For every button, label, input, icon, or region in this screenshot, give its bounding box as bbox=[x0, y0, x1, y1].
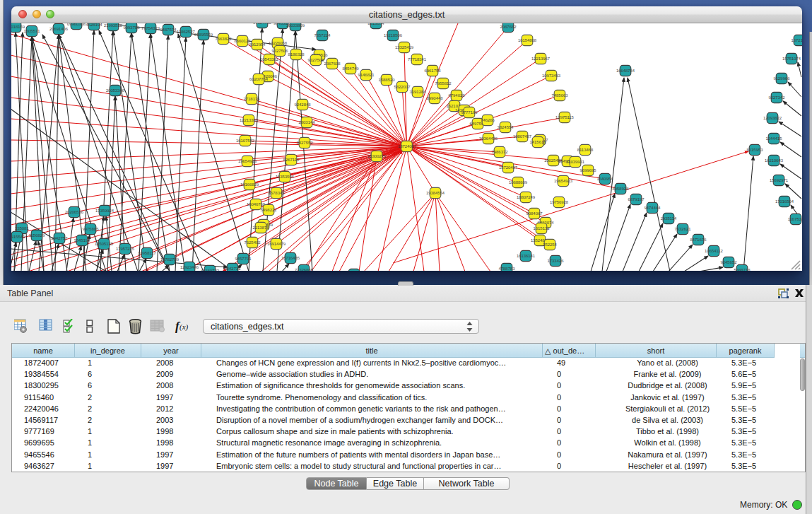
svg-text:2935114: 2935114 bbox=[661, 216, 677, 221]
svg-text:12213383: 12213383 bbox=[240, 118, 259, 123]
svg-text:1615132: 1615132 bbox=[534, 226, 550, 231]
svg-text:1167531: 1167531 bbox=[788, 217, 802, 222]
svg-text:15720407: 15720407 bbox=[499, 165, 517, 170]
svg-text:9146821: 9146821 bbox=[358, 73, 375, 78]
svg-text:16154808: 16154808 bbox=[518, 38, 537, 43]
svg-text:7485063: 7485063 bbox=[552, 93, 569, 98]
svg-text:8427552: 8427552 bbox=[297, 141, 313, 146]
svg-text:1733426: 1733426 bbox=[548, 259, 565, 264]
svg-text:9093786: 9093786 bbox=[124, 25, 141, 30]
svg-text:1545194: 1545194 bbox=[74, 238, 91, 243]
svg-text:8267110: 8267110 bbox=[283, 158, 300, 163]
svg-text:5242731: 5242731 bbox=[225, 267, 241, 271]
svg-text:6794028: 6794028 bbox=[449, 93, 466, 98]
svg-text:16136141: 16136141 bbox=[517, 254, 535, 259]
svg-text:9227342: 9227342 bbox=[769, 95, 785, 100]
svg-text:8454749: 8454749 bbox=[343, 66, 359, 71]
svg-text:746266: 746266 bbox=[481, 118, 495, 123]
svg-text:8958928: 8958928 bbox=[613, 187, 630, 192]
svg-text:19756928: 19756928 bbox=[550, 200, 569, 205]
svg-text:10958117: 10958117 bbox=[138, 251, 156, 256]
svg-text:8186328: 8186328 bbox=[288, 52, 305, 57]
svg-text:8990448: 8990448 bbox=[427, 96, 444, 101]
svg-text:9245652: 9245652 bbox=[721, 260, 737, 265]
svg-text:16033809: 16033809 bbox=[286, 23, 305, 28]
svg-text:9129966: 9129966 bbox=[774, 76, 791, 81]
svg-text:12975115: 12975115 bbox=[555, 115, 574, 120]
svg-text:1372159: 1372159 bbox=[792, 38, 802, 43]
svg-text:252254: 252254 bbox=[543, 243, 557, 247]
svg-text:25300275: 25300275 bbox=[367, 154, 387, 159]
svg-text:9242848: 9242848 bbox=[295, 103, 312, 107]
svg-text:7357224: 7357224 bbox=[314, 33, 331, 38]
svg-text:7632621: 7632621 bbox=[675, 227, 691, 232]
svg-text:12213967: 12213967 bbox=[531, 57, 550, 62]
svg-text:13325419: 13325419 bbox=[395, 45, 413, 50]
svg-text:17957225: 17957225 bbox=[116, 247, 135, 252]
svg-text:15751074: 15751074 bbox=[782, 57, 801, 62]
svg-text:9327506: 9327506 bbox=[272, 49, 289, 54]
svg-text:2213878: 2213878 bbox=[253, 226, 270, 230]
svg-text:16648784: 16648784 bbox=[616, 69, 635, 74]
svg-text:97114710: 97114710 bbox=[253, 23, 271, 25]
svg-text:1156829: 1156829 bbox=[29, 233, 45, 238]
svg-text:16914479: 16914479 bbox=[267, 242, 286, 247]
svg-text:335081: 335081 bbox=[15, 226, 29, 231]
svg-text:18724007: 18724007 bbox=[398, 144, 416, 149]
svg-text:12505135: 12505135 bbox=[95, 242, 114, 247]
svg-text:17359924: 17359924 bbox=[95, 209, 114, 214]
svg-text:8471676: 8471676 bbox=[690, 238, 707, 243]
svg-text:16107552: 16107552 bbox=[236, 139, 254, 144]
svg-text:16046768: 16046768 bbox=[247, 202, 266, 207]
svg-text:1244415: 1244415 bbox=[766, 136, 783, 141]
svg-text:26018159: 26018159 bbox=[11, 25, 25, 30]
svg-text:9777169: 9777169 bbox=[461, 110, 478, 115]
svg-text:5888718: 5888718 bbox=[734, 268, 751, 271]
svg-text:5498222: 5498222 bbox=[261, 208, 277, 213]
svg-text:8215953: 8215953 bbox=[747, 148, 764, 153]
svg-text:2718176: 2718176 bbox=[244, 97, 261, 102]
svg-text:2367608: 2367608 bbox=[324, 62, 341, 66]
svg-text:6879197: 6879197 bbox=[628, 197, 645, 202]
svg-text:3824554: 3824554 bbox=[498, 125, 514, 130]
svg-text:31039931: 31039931 bbox=[566, 160, 584, 165]
svg-text:1415618: 1415618 bbox=[530, 140, 547, 145]
svg-text:77718341: 77718341 bbox=[408, 57, 426, 62]
svg-text:79754323: 79754323 bbox=[141, 26, 160, 31]
svg-text:4788783: 4788783 bbox=[499, 267, 516, 271]
svg-text:10973493: 10973493 bbox=[542, 74, 561, 78]
svg-text:3191284: 3191284 bbox=[410, 90, 427, 95]
svg-text:19654923: 19654923 bbox=[554, 179, 573, 184]
svg-text:09960308: 09960308 bbox=[67, 23, 86, 27]
svg-text:2803144: 2803144 bbox=[299, 120, 316, 125]
svg-text:17016504: 17016504 bbox=[775, 199, 794, 204]
svg-text:10688609: 10688609 bbox=[509, 180, 527, 185]
svg-text:9487574: 9487574 bbox=[160, 28, 177, 33]
svg-text:12923446: 12923446 bbox=[180, 265, 199, 270]
svg-text:7625402: 7625402 bbox=[245, 240, 261, 245]
svg-text:49340722: 49340722 bbox=[201, 269, 219, 271]
svg-text:4628194: 4628194 bbox=[86, 23, 103, 28]
svg-text:6961758: 6961758 bbox=[425, 69, 442, 74]
svg-text:9699695: 9699695 bbox=[580, 168, 597, 173]
svg-text:20691406: 20691406 bbox=[49, 27, 69, 32]
svg-text:10543382: 10543382 bbox=[260, 57, 278, 62]
svg-text:7663822: 7663822 bbox=[216, 37, 232, 42]
svg-text:19166829: 19166829 bbox=[240, 182, 259, 187]
svg-text:60207764: 60207764 bbox=[249, 77, 269, 82]
svg-text:15692971: 15692971 bbox=[770, 178, 788, 183]
svg-text:18807249: 18807249 bbox=[517, 195, 535, 200]
svg-text:19218506: 19218506 bbox=[384, 33, 403, 38]
svg-text:9474444: 9474444 bbox=[645, 206, 661, 211]
svg-text:7955812: 7955812 bbox=[435, 81, 452, 86]
svg-text:2087682: 2087682 bbox=[500, 25, 517, 30]
svg-text:1505571: 1505571 bbox=[24, 29, 40, 34]
svg-text:16210643: 16210643 bbox=[765, 158, 784, 163]
svg-text:10654112: 10654112 bbox=[705, 249, 723, 254]
svg-text:8813054: 8813054 bbox=[368, 23, 385, 26]
svg-text:1588520: 1588520 bbox=[379, 78, 396, 83]
svg-text:72326865: 72326865 bbox=[295, 268, 314, 271]
svg-text:5822037: 5822037 bbox=[394, 85, 411, 90]
svg-text:20364436: 20364436 bbox=[479, 136, 498, 141]
svg-text:9084067: 9084067 bbox=[526, 211, 543, 216]
